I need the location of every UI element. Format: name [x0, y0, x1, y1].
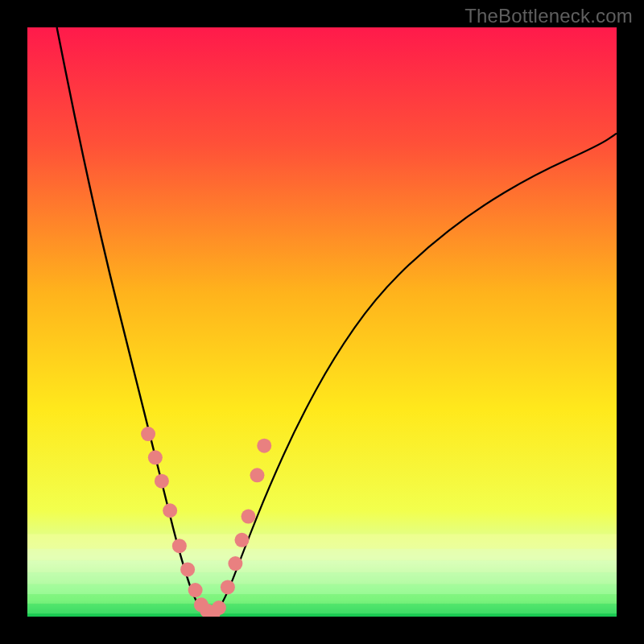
data-marker [155, 474, 169, 489]
data-marker [228, 556, 242, 571]
data-marker [172, 539, 187, 553]
svg-rect-3 [27, 572, 617, 584]
svg-rect-7 [27, 613, 617, 617]
data-marker [221, 580, 235, 594]
data-marker [257, 439, 271, 453]
data-marker [163, 503, 177, 518]
data-marker [212, 601, 226, 615]
data-marker [141, 427, 155, 441]
data-marker [234, 533, 249, 547]
svg-rect-1 [27, 549, 617, 561]
data-marker [242, 510, 256, 524]
bottom-stripes [27, 535, 617, 617]
plot-area [27, 27, 617, 617]
data-marker [180, 562, 195, 576]
data-marker [188, 583, 203, 597]
svg-rect-5 [27, 594, 617, 604]
gradient-bg [27, 27, 617, 617]
svg-rect-6 [27, 604, 617, 613]
svg-rect-2 [27, 560, 617, 572]
svg-rect-0 [27, 535, 617, 549]
chart-svg [27, 27, 617, 617]
chart-container: TheBottleneck.com [0, 0, 644, 644]
data-marker [250, 468, 264, 482]
svg-rect-4 [27, 584, 617, 594]
watermark-text: TheBottleneck.com [464, 5, 633, 27]
data-marker [148, 450, 163, 464]
